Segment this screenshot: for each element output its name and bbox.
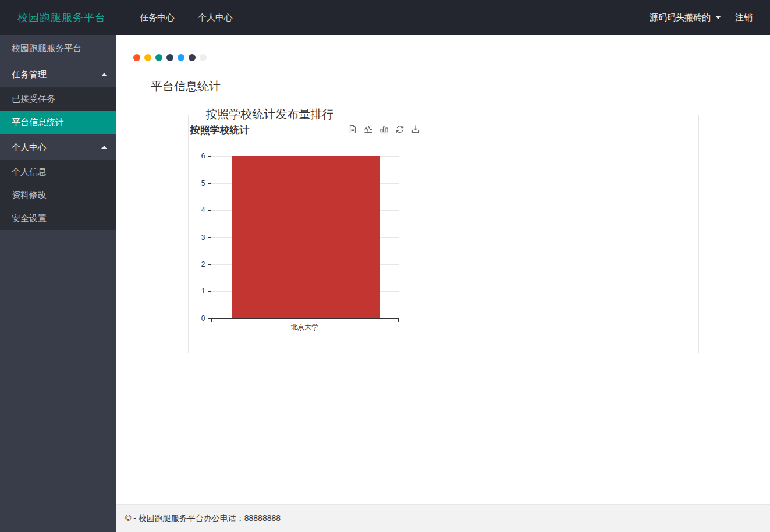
chart-title: 按照学校统计: [190, 123, 250, 137]
chart-toolbox: [347, 124, 421, 134]
section-title: 平台信息统计: [145, 79, 226, 94]
footer-text: © - 校园跑腿服务平台办公电话：88888888: [125, 513, 281, 523]
download-icon[interactable]: [410, 124, 421, 134]
logout-button[interactable]: 注销: [735, 12, 753, 23]
x-axis-tick: [211, 319, 212, 322]
data-view-icon[interactable]: [347, 124, 358, 134]
plot-area: 6 5 4 3 2 1 0 北京大学: [211, 156, 399, 319]
chevron-up-icon: [101, 146, 107, 149]
user-dropdown[interactable]: 源码码头搬砖的: [643, 12, 728, 23]
y-axis-label: 1: [201, 287, 205, 295]
sidebar-group-label: 任务管理: [12, 69, 47, 79]
main-content: 平台信息统计 按照学校统计发布量排行 按照学校统计: [116, 35, 770, 504]
status-dot: [155, 54, 162, 61]
y-axis-tick: [208, 264, 211, 265]
sidebar: 校园跑腿服务平台 任务管理 已接受任务 平台信息统计 个人中心 个人信息 资料修…: [0, 35, 116, 532]
sidebar-group-label: 个人中心: [12, 142, 47, 152]
footer: © - 校园跑腿服务平台办公电话：88888888: [116, 504, 770, 532]
bar-chart: 按照学校统计: [189, 116, 434, 337]
username-label: 源码码头搬砖的: [650, 12, 711, 23]
top-nav: 任务中心 个人中心: [128, 0, 244, 35]
y-axis-tick: [208, 318, 211, 319]
restore-icon[interactable]: [395, 124, 405, 134]
sidebar-group-task-management[interactable]: 任务管理: [0, 61, 116, 87]
chevron-up-icon: [101, 73, 107, 76]
nav-item-personal-center[interactable]: 个人中心: [186, 0, 244, 35]
y-axis-tick: [208, 210, 211, 211]
y-axis-tick: [208, 291, 211, 292]
sidebar-item-platform-stats[interactable]: 平台信息统计: [0, 111, 116, 134]
sidebar-item-home[interactable]: 校园跑腿服务平台: [0, 35, 116, 61]
status-dot: [200, 54, 207, 61]
sidebar-item-accepted-tasks[interactable]: 已接受任务: [0, 87, 116, 111]
sidebar-item-personal-info[interactable]: 个人信息: [0, 160, 116, 183]
y-axis-label: 2: [201, 260, 205, 268]
chart-panel: 按照学校统计发布量排行 按照学校统计: [188, 115, 699, 353]
y-axis-tick: [208, 237, 211, 238]
bar-chart-icon[interactable]: [379, 124, 389, 134]
bar-beijing-university[interactable]: [232, 156, 380, 318]
sidebar-item-security-settings[interactable]: 安全设置: [0, 207, 116, 230]
sidebar-item-profile-edit[interactable]: 资料修改: [0, 183, 116, 207]
color-dots-row: [133, 54, 770, 61]
status-dot: [178, 54, 184, 61]
chevron-down-icon: [715, 16, 721, 19]
x-axis-category-label: 北京大学: [291, 322, 319, 332]
header-right: 源码码头搬砖的 注销: [643, 0, 753, 35]
x-axis-tick: [398, 319, 399, 322]
y-axis-label: 0: [201, 314, 205, 322]
sidebar-submenu-personal: 个人信息 资料修改 安全设置: [0, 160, 116, 230]
line-chart-icon[interactable]: [363, 124, 374, 134]
y-axis-tick: [208, 156, 211, 157]
section-divider: 平台信息统计: [133, 87, 753, 103]
y-axis-label: 4: [201, 206, 205, 214]
sidebar-group-personal-center[interactable]: 个人中心: [0, 134, 116, 160]
status-dot: [133, 54, 140, 61]
brand-logo[interactable]: 校园跑腿服务平台: [0, 10, 116, 24]
status-dot: [166, 54, 173, 61]
sidebar-submenu-task: 已接受任务 平台信息统计: [0, 87, 116, 134]
y-axis-label: 6: [201, 152, 205, 160]
y-axis-tick: [208, 183, 211, 184]
nav-item-task-center[interactable]: 任务中心: [128, 0, 186, 35]
top-navbar: 校园跑腿服务平台 任务中心 个人中心 源码码头搬砖的 注销: [0, 0, 770, 35]
y-axis-label: 3: [201, 233, 205, 242]
status-dot: [144, 54, 151, 61]
status-dot: [189, 54, 196, 61]
y-axis-label: 5: [201, 179, 205, 187]
